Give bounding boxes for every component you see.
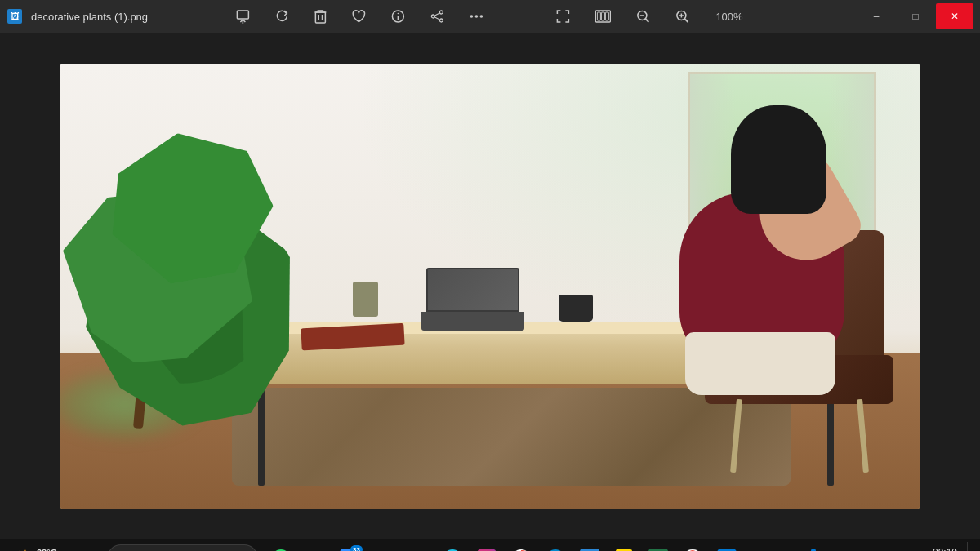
taskbar-folder[interactable]: [402, 542, 434, 551]
svg-rect-22: [605, 12, 608, 20]
search-bar[interactable]: Search: [107, 544, 258, 551]
svg-line-25: [645, 19, 648, 22]
weather-info: 28°C Kabut: [37, 548, 58, 551]
zoom-out-button[interactable]: [630, 6, 655, 27]
title-bar: 🖼 decorative plants (1).png: [0, 0, 980, 33]
taskbar-apps: 33: [265, 542, 743, 551]
svg-rect-2: [237, 11, 248, 19]
import-button[interactable]: [230, 6, 255, 27]
share-button[interactable]: [425, 6, 449, 27]
clock-widget[interactable]: 09:10 04/05/2023: [902, 542, 964, 551]
svg-point-11: [439, 11, 443, 14]
svg-point-10: [398, 13, 399, 15]
taskbar-notes[interactable]: [608, 542, 640, 551]
fullscreen-button[interactable]: [550, 6, 575, 27]
taskbar-whatsapp[interactable]: [265, 542, 297, 551]
filename-label: decorative plants (1).png: [31, 11, 148, 23]
svg-line-15: [434, 17, 439, 20]
svg-rect-4: [315, 12, 325, 23]
taskbar-file-explorer[interactable]: [299, 542, 332, 551]
taskbar-telegram[interactable]: [539, 542, 572, 551]
zoom-level-label: 100%: [709, 11, 749, 23]
show-desktop-button[interactable]: [967, 542, 972, 551]
system-tray: [746, 544, 794, 551]
svg-text:🖼: 🖼: [11, 11, 20, 21]
taskbar-edge[interactable]: [368, 542, 400, 551]
zoom-in-button[interactable]: [670, 6, 694, 27]
taskbar-excel[interactable]: X: [642, 542, 675, 551]
zoom-badge: 33: [350, 545, 363, 551]
toolbar-center: 100%: [230, 6, 749, 27]
notification-icon[interactable]: [797, 544, 820, 551]
weather-widget[interactable]: ☀️ 28°C Kabut: [8, 544, 64, 551]
battery-icon[interactable]: [875, 544, 898, 551]
photo-display: [60, 64, 920, 509]
favorite-button[interactable]: [346, 7, 371, 27]
taskbar-tasks[interactable]: [573, 542, 606, 551]
minimize-button[interactable]: –: [858, 3, 895, 29]
taskbar-instagram[interactable]: [470, 542, 503, 551]
svg-point-17: [475, 15, 479, 18]
taskbar-right: 09:10 04/05/2023: [746, 542, 972, 551]
taskbar-google-maps[interactable]: M: [676, 542, 709, 551]
taskbar-zoom[interactable]: 33: [333, 542, 366, 551]
close-button[interactable]: ✕: [936, 3, 973, 29]
app-icon: 🖼: [7, 8, 23, 24]
svg-point-13: [439, 19, 443, 22]
svg-point-18: [480, 15, 483, 18]
taskbar-picsart[interactable]: P: [436, 542, 469, 551]
svg-point-12: [431, 15, 434, 18]
info-button[interactable]: [385, 6, 410, 27]
taskbar: ☀️ 28°C Kabut Search: [0, 539, 980, 551]
chevron-up-icon[interactable]: [746, 544, 769, 551]
delete-button[interactable]: [309, 6, 332, 27]
wifi-icon[interactable]: [823, 544, 846, 551]
filmstrip-button[interactable]: [590, 7, 616, 26]
taskbar-maps-app[interactable]: [710, 542, 743, 551]
clock-time: 09:10: [933, 547, 957, 551]
svg-line-29: [684, 19, 688, 22]
image-viewer-area: [0, 33, 980, 539]
taskbar-chrome[interactable]: [505, 542, 537, 551]
start-button[interactable]: [70, 542, 100, 551]
svg-point-16: [470, 15, 474, 18]
people-icon[interactable]: [771, 544, 794, 551]
maximize-button[interactable]: □: [897, 3, 934, 29]
weather-temperature: 28°C: [37, 548, 58, 551]
svg-rect-21: [601, 12, 604, 20]
window-controls: – □ ✕: [858, 3, 973, 29]
more-button[interactable]: [464, 11, 488, 22]
speaker-icon[interactable]: [849, 544, 872, 551]
svg-line-14: [434, 13, 439, 16]
title-bar-left: 🖼 decorative plants (1).png: [7, 8, 148, 24]
rotate-button[interactable]: [270, 6, 294, 27]
svg-rect-20: [597, 12, 600, 20]
